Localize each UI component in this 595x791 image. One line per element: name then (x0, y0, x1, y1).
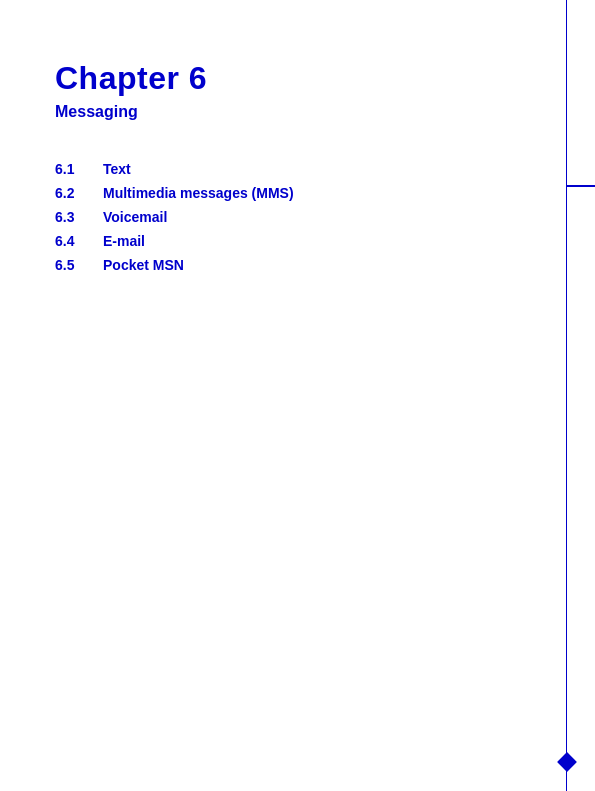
right-border-line (566, 0, 568, 791)
toc-label: Multimedia messages (MMS) (103, 185, 294, 201)
toc-number: 6.4 (55, 233, 103, 249)
toc-label: Pocket MSN (103, 257, 184, 273)
toc-number: 6.3 (55, 209, 103, 225)
chapter-title: Chapter 6 (55, 60, 540, 97)
toc-label: E-mail (103, 233, 145, 249)
toc-item: 6.5Pocket MSN (55, 257, 540, 273)
toc-item: 6.1Text (55, 161, 540, 177)
toc-number: 6.1 (55, 161, 103, 177)
toc-number: 6.2 (55, 185, 103, 201)
diamond-icon (557, 752, 577, 772)
toc-item: 6.4E-mail (55, 233, 540, 249)
page: Chapter 6 Messaging 6.1Text6.2Multimedia… (0, 0, 595, 791)
toc-list: 6.1Text6.2Multimedia messages (MMS)6.3Vo… (55, 161, 540, 273)
chapter-subtitle: Messaging (55, 103, 540, 121)
toc-number: 6.5 (55, 257, 103, 273)
toc-label: Voicemail (103, 209, 167, 225)
toc-label: Text (103, 161, 131, 177)
horizontal-rule (567, 185, 595, 187)
toc-item: 6.3Voicemail (55, 209, 540, 225)
toc-item: 6.2Multimedia messages (MMS) (55, 185, 540, 201)
